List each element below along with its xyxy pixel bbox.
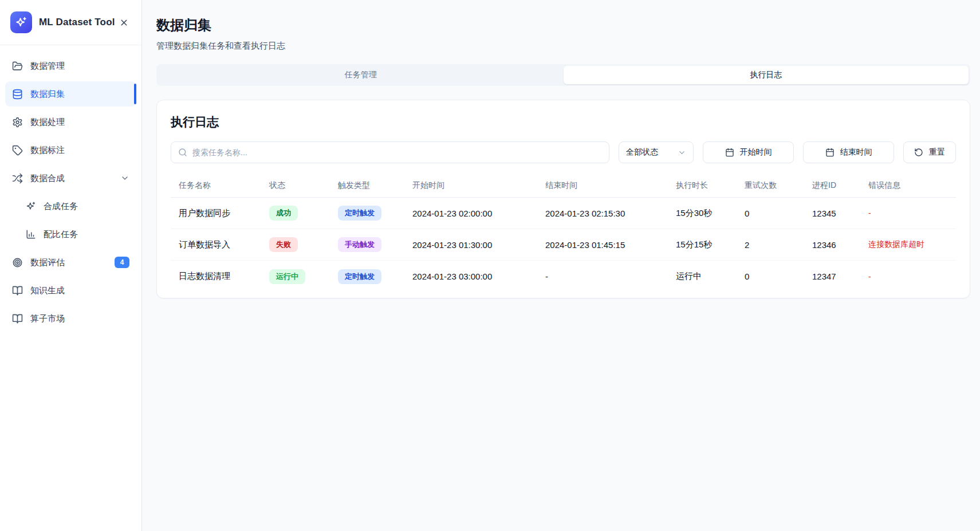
- sidebar-item-label: 配比任务: [44, 229, 129, 240]
- sparkle-icon: [26, 201, 36, 211]
- sidebar-item-data-synthesis[interactable]: 数据合成: [5, 166, 136, 191]
- page-subtitle: 管理数据归集任务和查看执行日志: [156, 41, 970, 52]
- search-box: [171, 141, 609, 163]
- sidebar-item-synthesis-tasks[interactable]: 合成任务: [5, 194, 136, 219]
- sidebar-item-label: 算子市场: [30, 313, 129, 324]
- column-header-trigger-type: 触发类型: [338, 180, 412, 191]
- sidebar-item-knowledge-generation[interactable]: 知识生成: [5, 278, 136, 303]
- end-time-button[interactable]: 结束时间: [803, 141, 894, 163]
- logs-table: 任务名称 状态 触发类型 开始时间 结束时间 执行时长 重试次数 进程ID 错误…: [171, 174, 956, 292]
- cell-duration: 15分30秒: [676, 208, 745, 219]
- sidebar-close-button[interactable]: [116, 15, 131, 30]
- target-icon: [12, 257, 23, 268]
- sidebar-item-data-collection[interactable]: 数据归集: [5, 81, 136, 107]
- sidebar: ML Dataset Tool 数据管理: [0, 0, 142, 531]
- close-icon: [119, 18, 129, 27]
- search-input[interactable]: [192, 148, 602, 157]
- cell-end-time: 2024-01-23 02:15:30: [545, 209, 676, 218]
- trigger-badge: 定时触发: [338, 269, 381, 284]
- column-header-status: 状态: [269, 180, 338, 191]
- gear-icon: [12, 117, 23, 128]
- folder-icon: [12, 61, 23, 72]
- tag-icon: [12, 145, 23, 156]
- page-title: 数据归集: [156, 16, 970, 34]
- cell-error-info: -: [868, 272, 956, 281]
- sidebar-item-label: 数据处理: [30, 117, 129, 128]
- sidebar-item-ratio-tasks[interactable]: 配比任务: [5, 222, 136, 247]
- sidebar-item-label: 数据评估: [30, 257, 107, 268]
- cell-start-time: 2024-01-23 02:00:00: [412, 209, 545, 218]
- active-indicator: [134, 84, 136, 104]
- sidebar-item-data-evaluation[interactable]: 数据评估 4: [5, 250, 136, 275]
- cell-process-id: 12346: [812, 240, 868, 250]
- search-icon: [178, 148, 187, 157]
- reset-label: 重置: [929, 147, 945, 158]
- column-header-retries: 重试次数: [745, 180, 812, 191]
- cell-retries: 0: [745, 272, 812, 281]
- filter-row: 全部状态 开始时间: [171, 141, 956, 163]
- sidebar-item-label: 数据标注: [30, 145, 129, 156]
- cell-start-time: 2024-01-23 03:00:00: [412, 272, 545, 281]
- table-row: 日志数据清理 运行中 定时触发 2024-01-23 03:00:00 - 运行…: [171, 261, 956, 292]
- app-title: ML Dataset Tool: [39, 17, 116, 28]
- start-time-button[interactable]: 开始时间: [703, 141, 794, 163]
- start-time-label: 开始时间: [740, 147, 772, 158]
- column-header-duration: 执行时长: [676, 180, 745, 191]
- status-badge: 成功: [269, 206, 298, 221]
- cell-task-name: 日志数据清理: [179, 271, 269, 282]
- sidebar-item-data-management[interactable]: 数据管理: [5, 53, 136, 78]
- chevron-down-icon: [678, 148, 686, 157]
- cell-start-time: 2024-01-23 01:30:00: [412, 240, 545, 250]
- shuffle-icon: [12, 173, 23, 184]
- execution-logs-panel: 执行日志 全部状态: [156, 100, 970, 298]
- book-icon: [12, 313, 23, 324]
- reset-button[interactable]: 重置: [903, 141, 956, 163]
- status-badge: 运行中: [269, 269, 305, 284]
- sidebar-item-label: 数据管理: [30, 61, 129, 72]
- tab-execution-logs[interactable]: 执行日志: [564, 66, 969, 84]
- end-time-label: 结束时间: [840, 147, 872, 158]
- status-badge: 失败: [269, 237, 298, 252]
- column-header-start-time: 开始时间: [412, 180, 545, 191]
- cell-error-info: 连接数据库超时: [868, 239, 956, 250]
- column-header-process-id: 进程ID: [812, 180, 868, 191]
- sidebar-item-label: 合成任务: [44, 201, 129, 212]
- evaluation-count-badge: 4: [115, 257, 129, 268]
- app-logo: [10, 11, 32, 33]
- cell-duration: 15分15秒: [676, 239, 745, 250]
- cell-task-name: 订单数据导入: [179, 239, 269, 250]
- database-icon: [12, 89, 23, 100]
- cell-process-id: 12347: [812, 272, 868, 281]
- cell-error-info: -: [868, 209, 956, 218]
- status-filter-select[interactable]: 全部状态: [619, 141, 694, 163]
- sidebar-item-operator-market[interactable]: 算子市场: [5, 306, 136, 331]
- table-header-row: 任务名称 状态 触发类型 开始时间 结束时间 执行时长 重试次数 进程ID 错误…: [171, 174, 956, 198]
- tab-task-management[interactable]: 任务管理: [158, 66, 564, 84]
- cell-end-time: -: [545, 272, 676, 281]
- cell-end-time: 2024-01-23 01:45:15: [545, 240, 676, 250]
- table-row: 订单数据导入 失败 手动触发 2024-01-23 01:30:00 2024-…: [171, 229, 956, 261]
- status-filter-value: 全部状态: [626, 147, 658, 158]
- rotate-ccw-icon: [914, 148, 923, 157]
- main-content: 数据归集 管理数据归集任务和查看执行日志 任务管理 执行日志 执行日志 全部状态: [142, 0, 980, 531]
- chevron-down-icon: [120, 174, 129, 183]
- calendar-icon: [825, 148, 835, 157]
- calendar-icon: [725, 148, 734, 157]
- trigger-badge: 手动触发: [338, 237, 381, 252]
- cell-duration: 运行中: [676, 271, 745, 282]
- sidebar-item-label: 数据归集: [30, 89, 129, 100]
- bar-chart-icon: [26, 229, 36, 239]
- cell-retries: 0: [745, 209, 812, 218]
- sidebar-item-label: 数据合成: [30, 173, 113, 184]
- table-row: 用户数据同步 成功 定时触发 2024-01-23 02:00:00 2024-…: [171, 198, 956, 229]
- sidebar-item-label: 知识生成: [30, 285, 129, 296]
- cell-process-id: 12345: [812, 209, 868, 218]
- sidebar-nav: 数据管理 数据归集 数据处理: [0, 45, 141, 339]
- sidebar-item-data-annotation[interactable]: 数据标注: [5, 137, 136, 163]
- sidebar-header: ML Dataset Tool: [0, 0, 141, 45]
- tab-bar: 任务管理 执行日志: [156, 64, 970, 86]
- column-header-end-time: 结束时间: [545, 180, 676, 191]
- sparkles-icon: [15, 16, 27, 29]
- sidebar-item-data-processing[interactable]: 数据处理: [5, 109, 136, 135]
- book-icon: [12, 285, 23, 296]
